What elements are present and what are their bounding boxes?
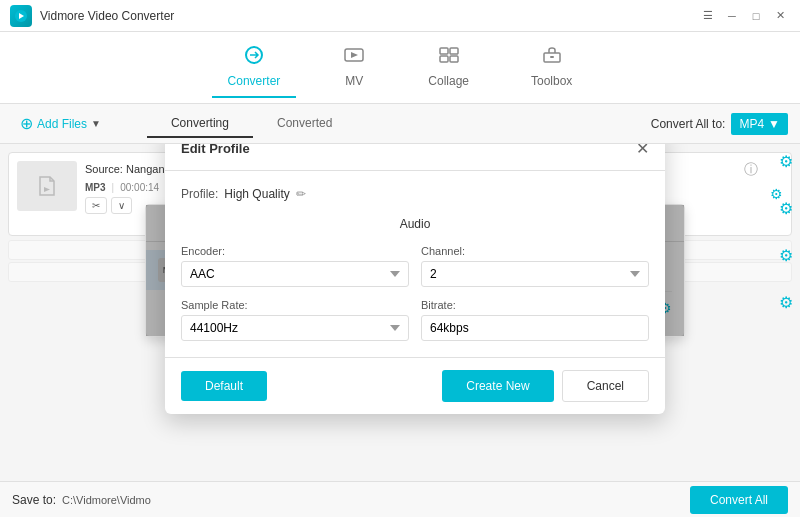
svg-rect-7 [450, 56, 458, 62]
svg-rect-4 [440, 48, 448, 54]
maximize-btn[interactable]: □ [746, 6, 766, 26]
svg-rect-9 [550, 56, 554, 58]
save-to-label: Save to: [12, 493, 56, 507]
bitrate-form-label: Bitrate: [421, 299, 649, 311]
edit-profile-modal: Edit Profile ✕ Profile: High Quality ✏ A… [165, 144, 665, 414]
mv-icon [342, 45, 366, 70]
add-files-dropdown-icon[interactable]: ▼ [91, 118, 101, 129]
save-path: C:\Vidmore\Vidmo [62, 494, 151, 506]
meta-divider: | [112, 182, 115, 193]
converting-tab[interactable]: Converting [147, 110, 253, 138]
bitrate-row-form: Bitrate: [421, 299, 649, 341]
nav-collage-label: Collage [428, 74, 469, 88]
profile-name-value: High Quality [224, 187, 289, 201]
add-files-button[interactable]: ⊕ Add Files ▼ [12, 110, 109, 137]
encoder-row: Encoder: AAC MP3 AC3 FLAC [181, 245, 409, 287]
modal-close-button[interactable]: ✕ [636, 144, 649, 158]
add-icon: ⊕ [20, 114, 33, 133]
profile-panel: Recently Used Video Audio Device MP3 MP3 [145, 204, 685, 337]
modal-header: Edit Profile ✕ [165, 144, 665, 171]
bottombar: Save to: C:\Vidmore\Vidmo Convert All [0, 481, 800, 517]
converted-tab[interactable]: Converted [253, 110, 356, 138]
default-button[interactable]: Default [181, 371, 267, 401]
gear-icon-4[interactable]: ⚙ [779, 293, 793, 312]
add-files-label: Add Files [37, 117, 87, 131]
channel-row: Channel: 1 2 5.1 [421, 245, 649, 287]
file-area: Source: Nanganga...net).mp3 ⓘ MP3 | 00:0… [0, 144, 800, 481]
profile-name-row: Profile: High Quality ✏ [181, 187, 649, 201]
modal-footer: Default Create New Cancel [165, 357, 665, 414]
app-logo [10, 5, 32, 27]
svg-rect-6 [440, 56, 448, 62]
titlebar: Vidmore Video Converter ☰ ─ □ ✕ [0, 0, 800, 32]
more-button[interactable]: ∨ [111, 197, 132, 214]
main-content: Source: Nanganga...net).mp3 ⓘ MP3 | 00:0… [0, 144, 800, 481]
navbar: Converter MV Collage [0, 32, 800, 104]
modal-body: Profile: High Quality ✏ Audio Encoder: A… [165, 171, 665, 357]
file-format-badge: MP3 [85, 182, 106, 193]
nav-mv[interactable]: MV [326, 37, 382, 98]
toolbox-icon [540, 45, 564, 70]
convert-all-section: Convert All to: MP4 ▼ [651, 113, 788, 135]
bitrate-input[interactable] [421, 315, 649, 341]
window-controls: ☰ ─ □ ✕ [698, 6, 790, 26]
close-btn[interactable]: ✕ [770, 6, 790, 26]
profile-label: Profile: [181, 187, 218, 201]
output-info-icon[interactable]: ⓘ [744, 161, 758, 179]
format-dropdown-icon: ▼ [768, 117, 780, 131]
sample-rate-row: Sample Rate: 44100Hz 22050Hz 48000Hz [181, 299, 409, 341]
cancel-button[interactable]: Cancel [562, 370, 649, 402]
sample-rate-select[interactable]: 44100Hz 22050Hz 48000Hz [181, 315, 409, 341]
app-title: Vidmore Video Converter [40, 9, 698, 23]
convert-all-button[interactable]: Convert All [690, 486, 788, 514]
svg-rect-5 [450, 48, 458, 54]
collage-icon [437, 45, 461, 70]
audio-section-title: Audio [181, 217, 649, 231]
channel-label: Channel: [421, 245, 649, 257]
nav-converter-label: Converter [228, 74, 281, 88]
nav-converter[interactable]: Converter [212, 37, 297, 98]
modal-overlay: Edit Profile ✕ Profile: High Quality ✏ A… [146, 205, 684, 336]
convert-all-format-value: MP4 [739, 117, 764, 131]
nav-collage[interactable]: Collage [412, 37, 485, 98]
gear-icon-2[interactable]: ⚙ [779, 199, 793, 218]
nav-mv-label: MV [345, 74, 363, 88]
encoder-label: Encoder: [181, 245, 409, 257]
modal-footer-right: Create New Cancel [442, 370, 649, 402]
menu-btn[interactable]: ☰ [698, 6, 718, 26]
toolbar: ⊕ Add Files ▼ Converting Converted Conve… [0, 104, 800, 144]
minimize-btn[interactable]: ─ [722, 6, 742, 26]
gear-icon-1[interactable]: ⚙ [779, 152, 793, 171]
cut-button[interactable]: ✂ [85, 197, 107, 214]
file-duration: 00:00:14 [120, 182, 159, 193]
profile-edit-icon[interactable]: ✏ [296, 187, 306, 201]
file-thumbnail [17, 161, 77, 211]
audio-form-grid: Encoder: AAC MP3 AC3 FLAC Channel: [181, 245, 649, 341]
right-gear-icons: ⚙ ⚙ ⚙ ⚙ [772, 144, 800, 481]
conversion-tabs: Converting Converted [147, 110, 356, 138]
create-new-button[interactable]: Create New [442, 370, 553, 402]
convert-all-format-select[interactable]: MP4 ▼ [731, 113, 788, 135]
converter-icon [242, 45, 266, 70]
nav-toolbox-label: Toolbox [531, 74, 572, 88]
encoder-select[interactable]: AAC MP3 AC3 FLAC [181, 261, 409, 287]
channel-select[interactable]: 1 2 5.1 [421, 261, 649, 287]
convert-all-label: Convert All to: [651, 117, 726, 131]
nav-toolbox[interactable]: Toolbox [515, 37, 588, 98]
modal-title: Edit Profile [181, 144, 250, 156]
gear-icon-3[interactable]: ⚙ [779, 246, 793, 265]
sample-rate-label: Sample Rate: [181, 299, 409, 311]
